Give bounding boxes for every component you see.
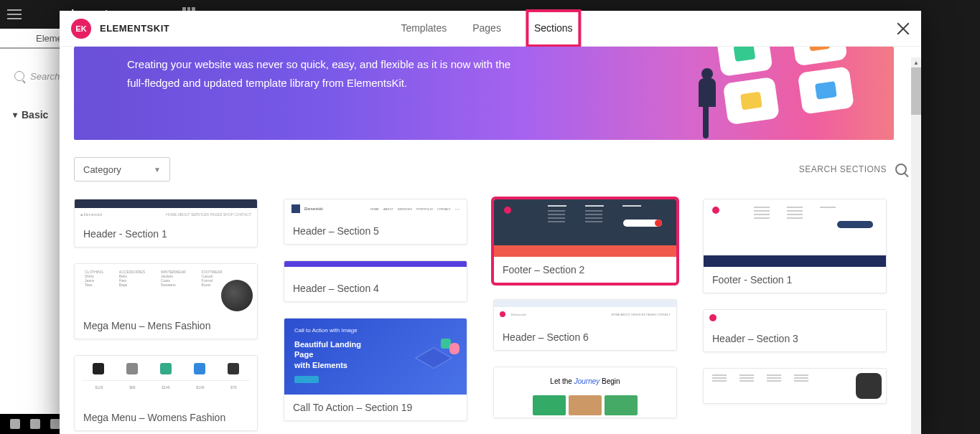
search-icon[interactable] [895,164,907,175]
hamburger-icon[interactable] [7,9,22,19]
chevron-down-icon: ▼ [154,166,161,174]
card-thumb [494,199,676,257]
history-icon[interactable] [50,419,60,429]
card-title: Mega Menu – Mens Fashion [75,313,257,339]
card-thumb: CLOTHINGShirtsJeansTeesACCESSORIESBeltsH… [75,264,257,313]
search-icon [14,71,24,81]
card-header-section-5[interactable]: Elementskit HOMEABOUTSERVICESPORTFOLIOCO… [284,199,467,245]
card-thumb [704,369,886,403]
hero-person-illustration [686,68,729,140]
card-header-section-3[interactable]: Header – Section 3 [703,309,887,352]
modal-title: ELEMENTSKIT [100,23,169,34]
tab-templates[interactable]: Templates [401,11,447,46]
card-title: Header – Section 6 [494,324,676,350]
card-thumb [704,310,886,326]
elementskit-logo: EK [71,19,91,39]
tab-sections[interactable]: Sections [527,11,580,46]
hero-banner: Creating your website was never so quick… [74,47,894,140]
card-title: Header – Section 4 [284,275,467,301]
card-thumb: Elementskit HOMEABOUTSERVICESPORTFOLIOCO… [284,199,467,218]
card-title: Header – Section 3 [704,326,886,352]
search-placeholder: Search [30,71,60,82]
card-footer-section-2[interactable]: Footer – Section 2 [493,199,677,283]
card-journey[interactable]: Let the Journey Begin [493,367,677,418]
search-input[interactable] [779,164,887,175]
card-cta-section-19[interactable]: Call to Action with Image Beautiful Land… [284,318,467,421]
card-header-section-4[interactable]: Header – Section 4 [284,260,467,302]
card-title: Footer – Section 2 [494,257,676,283]
card-thumb: ■ ElementskitHOME ABOUT SERVICES PAGES S… [75,199,257,221]
elementskit-modal: EK ELEMENTSKIT Templates Pages Sections … [60,11,921,434]
hero-text: Creating your website was never so quick… [127,55,515,92]
card-thumb [704,199,886,267]
category-select[interactable]: Category ▼ [74,157,170,181]
card-title: Header - Section 1 [75,221,257,247]
card-megamenu-womens[interactable]: $129$89$149$199$79 Mega Menu – Womens Fa… [74,355,258,431]
card-title: Header – Section 5 [284,218,467,244]
card-footer-section-1[interactable]: Footer - Section 1 [703,199,887,293]
card-mega-office[interactable] [703,368,887,404]
scrollbar[interactable]: ▲ ▼ [911,57,921,434]
scrollbar-thumb[interactable] [911,67,921,115]
card-title: Mega Menu – Womens Fashion [75,405,257,430]
scroll-up-icon[interactable]: ▲ [911,57,921,67]
card-header-section-1[interactable]: ■ ElementskitHOME ABOUT SERVICES PAGES S… [74,199,258,247]
layers-icon[interactable] [30,419,40,429]
settings-icon[interactable] [10,419,20,429]
card-title: Footer - Section 1 [704,267,886,293]
card-thumb: Let the Journey Begin [494,367,676,418]
card-thumb: $129$89$149$199$79 [75,356,257,405]
card-title: Call To Action – Section 19 [284,395,467,420]
modal-header: EK ELEMENTSKIT Templates Pages Sections [60,11,921,47]
tab-pages[interactable]: Pages [472,11,501,46]
card-megamenu-mens[interactable]: CLOTHINGShirtsJeansTeesACCESSORIESBeltsH… [74,263,258,339]
card-thumb: Call to Action with Image Beautiful Land… [284,319,467,395]
category-label: Category [83,164,121,175]
card-thumb: ElementskitHOME ABOUT SERVICES PAGES CON… [494,300,676,324]
card-header-section-6[interactable]: ElementskitHOME ABOUT SERVICES PAGES CON… [493,299,677,351]
close-icon[interactable] [895,21,911,37]
card-thumb [284,261,467,275]
